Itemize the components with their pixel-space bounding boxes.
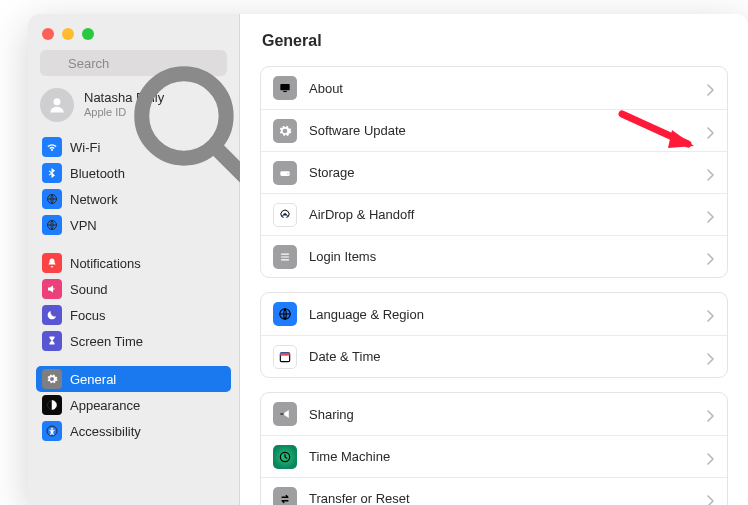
sidebar-group-system: General Appearance Accessibility: [36, 366, 231, 444]
row-about[interactable]: About: [261, 67, 727, 109]
close-button[interactable]: [42, 28, 54, 40]
row-software-update[interactable]: Software Update: [261, 109, 727, 151]
sidebar: Natasha Polly Apple ID Wi-Fi Bluetooth N…: [28, 14, 240, 505]
settings-panel: Sharing Time Machine Transfer or Reset: [260, 392, 728, 505]
window-controls: [28, 24, 239, 50]
main-panel: General About Software Update Storage Ai…: [240, 14, 748, 505]
sidebar-group-notifications: Notifications Sound Focus Screen Time: [36, 250, 231, 354]
vpn-icon: [42, 215, 62, 235]
row-label: About: [309, 81, 695, 96]
imac-icon: [273, 76, 297, 100]
chevron-right-icon: [707, 308, 715, 320]
accessibility-icon: [42, 421, 62, 441]
chevron-right-icon: [707, 125, 715, 137]
sidebar-item-label: Focus: [70, 308, 105, 323]
settings-window: Natasha Polly Apple ID Wi-Fi Bluetooth N…: [28, 14, 748, 505]
chevron-right-icon: [707, 351, 715, 363]
row-label: Login Items: [309, 249, 695, 264]
settings-panel: Language & Region Date & Time: [260, 292, 728, 378]
row-label: Date & Time: [309, 349, 695, 364]
row-label: Storage: [309, 165, 695, 180]
sidebar-item-focus[interactable]: Focus: [36, 302, 231, 328]
sidebar-item-label: General: [70, 372, 116, 387]
sidebar-item-label: Sound: [70, 282, 108, 297]
moon-icon: [42, 305, 62, 325]
row-label: Software Update: [309, 123, 695, 138]
sidebar-item-label: Appearance: [70, 398, 140, 413]
chevron-right-icon: [707, 167, 715, 179]
fullscreen-button[interactable]: [82, 28, 94, 40]
row-label: Transfer or Reset: [309, 491, 695, 505]
row-storage[interactable]: Storage: [261, 151, 727, 193]
chevron-right-icon: [707, 451, 715, 463]
bell-icon: [42, 253, 62, 273]
gear-icon: [42, 369, 62, 389]
sidebar-item-appearance[interactable]: Appearance: [36, 392, 231, 418]
sidebar-item-accessibility[interactable]: Accessibility: [36, 418, 231, 444]
row-sharing[interactable]: Sharing: [261, 393, 727, 435]
row-time-machine[interactable]: Time Machine: [261, 435, 727, 477]
sidebar-item-sound[interactable]: Sound: [36, 276, 231, 302]
disk-icon: [273, 161, 297, 185]
chevron-right-icon: [707, 251, 715, 263]
row-label: AirDrop & Handoff: [309, 207, 695, 222]
row-label: Time Machine: [309, 449, 695, 464]
sidebar-item-label: VPN: [70, 218, 97, 233]
clock-icon: [273, 445, 297, 469]
sidebar-item-screen-time[interactable]: Screen Time: [36, 328, 231, 354]
sidebar-item-general[interactable]: General: [36, 366, 231, 392]
row-label: Sharing: [309, 407, 695, 422]
chevron-right-icon: [707, 209, 715, 221]
search-icon: [48, 55, 62, 69]
settings-panel: About Software Update Storage AirDrop & …: [260, 66, 728, 278]
calendar-icon: [273, 345, 297, 369]
row-date-time[interactable]: Date & Time: [261, 335, 727, 377]
list-icon: [273, 245, 297, 269]
transfer-icon: [273, 487, 297, 506]
chevron-right-icon: [707, 408, 715, 420]
sidebar-item-notifications[interactable]: Notifications: [36, 250, 231, 276]
sidebar-item-label: Accessibility: [70, 424, 141, 439]
row-label: Language & Region: [309, 307, 695, 322]
minimize-button[interactable]: [62, 28, 74, 40]
page-title: General: [262, 32, 728, 50]
search: [40, 50, 227, 76]
appearance-icon: [42, 395, 62, 415]
chevron-right-icon: [707, 82, 715, 94]
hourglass-icon: [42, 331, 62, 351]
airdrop-icon: [273, 203, 297, 227]
sidebar-item-label: Notifications: [70, 256, 141, 271]
sidebar-item-label: Screen Time: [70, 334, 143, 349]
globe-icon: [273, 302, 297, 326]
row-login-items[interactable]: Login Items: [261, 235, 727, 277]
speaker-icon: [42, 279, 62, 299]
row-language-region[interactable]: Language & Region: [261, 293, 727, 335]
row-transfer-reset[interactable]: Transfer or Reset: [261, 477, 727, 505]
row-airdrop-handoff[interactable]: AirDrop & Handoff: [261, 193, 727, 235]
share-icon: [273, 402, 297, 426]
gear-icon: [273, 119, 297, 143]
chevron-right-icon: [707, 493, 715, 505]
sidebar-item-vpn[interactable]: VPN: [36, 212, 231, 238]
